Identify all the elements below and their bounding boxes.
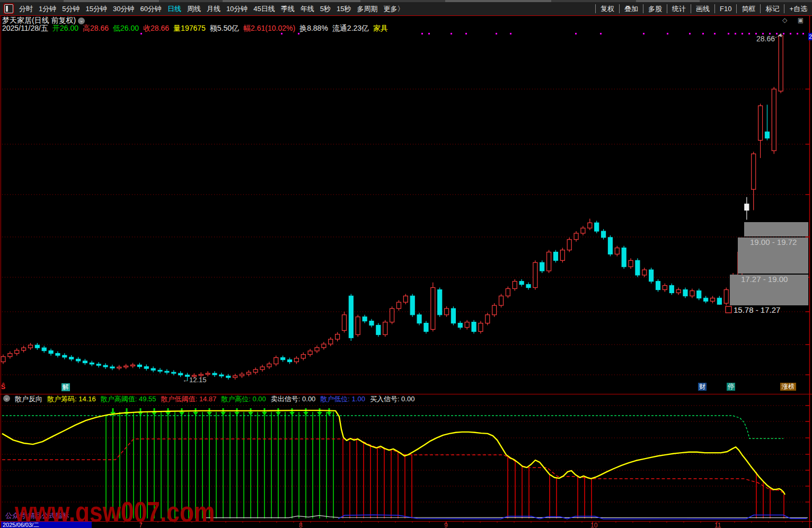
candle-body xyxy=(676,290,681,293)
chevron-down-circle-icon[interactable]: ⌄ xyxy=(78,17,85,24)
quote-amount: 额5.50亿 xyxy=(210,24,239,32)
candle-body xyxy=(472,322,476,332)
candle-body xyxy=(117,367,121,368)
candle-body xyxy=(22,348,26,350)
magenta-dot xyxy=(790,33,791,34)
candle-body xyxy=(710,298,714,301)
button-fuquan[interactable]: 复权 xyxy=(595,4,619,13)
magenta-dot xyxy=(451,33,452,34)
tab-30min[interactable]: 30分钟 xyxy=(113,4,134,14)
tab-fenshi[interactable]: 分时 xyxy=(19,4,33,14)
title-bar: 梦天家居(日线 前复权)⌄ ◇ ▣ xyxy=(0,16,812,24)
x-axis-label-aug: 8 xyxy=(299,522,303,528)
candle-body xyxy=(547,252,551,271)
volume-zone-label: 17.27 - 19.00 xyxy=(741,275,788,284)
magenta-dot xyxy=(689,33,691,34)
candle-body xyxy=(417,315,421,323)
buy-arrow-head xyxy=(248,412,253,416)
buy-arrow-head xyxy=(317,412,322,416)
tab-weekly[interactable]: 周线 xyxy=(187,4,201,14)
indicator-field-buy-signal: 买入信号: 0.00 xyxy=(370,395,415,403)
candle-body xyxy=(206,373,210,374)
button-overlay[interactable]: 叠加 xyxy=(619,4,643,13)
candle-body xyxy=(90,363,94,364)
layout-split-icon[interactable] xyxy=(4,4,13,13)
tab-15sec[interactable]: 15秒 xyxy=(337,4,351,14)
magenta-dot xyxy=(728,33,729,34)
candle-body xyxy=(649,270,654,281)
candle-body xyxy=(110,367,114,368)
quote-low: 低26.00 xyxy=(113,24,139,32)
indicator-name: 散户反向 xyxy=(15,395,42,403)
candle-body xyxy=(179,373,183,375)
button-stats[interactable]: 统计 xyxy=(667,4,691,13)
quote-close: 收28.66 xyxy=(143,24,169,32)
candle-body xyxy=(274,358,278,364)
candle-body xyxy=(233,376,237,377)
candle-body xyxy=(567,240,571,250)
magenta-dot xyxy=(421,33,423,34)
candle-body xyxy=(683,290,687,296)
candle-body xyxy=(581,228,585,233)
tab-1min[interactable]: 1分钟 xyxy=(39,4,56,14)
tab-multi-period[interactable]: 多周期 xyxy=(357,4,378,14)
candle-body xyxy=(745,204,749,210)
tab-year[interactable]: 年线 xyxy=(301,4,314,14)
candle-body xyxy=(342,315,347,331)
magenta-dot xyxy=(735,33,736,34)
candle-body xyxy=(363,317,367,321)
candle-body xyxy=(758,106,763,140)
candle-body xyxy=(253,369,258,372)
tab-10min[interactable]: 10分钟 xyxy=(226,4,248,14)
tab-5min[interactable]: 5分钟 xyxy=(62,4,80,14)
tab-daily-active[interactable]: 日线 xyxy=(167,4,181,14)
candle-body xyxy=(669,286,674,293)
quote-open: 开26.00 xyxy=(52,24,78,32)
candle-body xyxy=(96,364,101,365)
button-mark[interactable]: 标记 xyxy=(760,4,784,13)
zhangbang-badge[interactable]: 涨榜 xyxy=(780,383,796,391)
candle-body xyxy=(492,305,497,315)
corner-icons[interactable]: ◇ ▣ xyxy=(782,16,808,24)
low-price-annotation: ←12.15 xyxy=(182,376,207,384)
quote-range: 幅2.61(10.02%) xyxy=(243,24,295,32)
buy-arrow-head xyxy=(289,412,295,416)
cai-badge[interactable]: 财 xyxy=(698,383,707,391)
candle-body xyxy=(199,374,203,375)
candle-body xyxy=(513,281,517,289)
candle-body xyxy=(540,262,544,271)
jie-badge[interactable]: 解 xyxy=(61,383,70,391)
buy-arrow-head xyxy=(276,412,281,416)
chevron-down-circle-icon[interactable]: ⌄ xyxy=(3,395,10,402)
candle-body xyxy=(172,372,176,373)
tab-quarter[interactable]: 季线 xyxy=(281,4,295,14)
x-axis-label-jul: 7 xyxy=(139,522,143,528)
chart-canvas[interactable]: 19.00 - 19.7217.27 - 19.0015.78 - 17.272… xyxy=(0,0,812,528)
ting-badge[interactable]: 停 xyxy=(727,383,735,391)
candle-body xyxy=(622,248,626,267)
tab-15min[interactable]: 15分钟 xyxy=(85,4,107,14)
candle-body xyxy=(226,376,231,377)
button-simple-frame[interactable]: 简框 xyxy=(736,4,760,13)
button-add-watchlist[interactable]: +自选 xyxy=(784,4,812,13)
indicator-header: ⌄ 散户反向 散户筹码: 14.16 散户高阈值: 49.55 散户低阈值: 1… xyxy=(0,395,812,403)
candle-body xyxy=(329,339,333,344)
tab-monthly[interactable]: 月线 xyxy=(207,4,220,14)
tab-45day[interactable]: 45日线 xyxy=(253,4,275,14)
candle-body xyxy=(410,296,414,315)
button-f10[interactable]: F10 xyxy=(714,4,736,13)
tab-5sec[interactable]: 5秒 xyxy=(320,4,331,14)
candle-body xyxy=(574,233,578,240)
quote-industry: 家具 xyxy=(373,24,388,32)
tab-more[interactable]: 更多〉 xyxy=(384,4,404,14)
candle-body xyxy=(479,323,483,332)
indicator-field-low-threshold: 散户低阈值: 14.87 xyxy=(161,395,217,403)
candle-body xyxy=(294,358,298,362)
candle-body xyxy=(752,154,756,189)
buy-arrow-head xyxy=(193,412,198,416)
candle-body xyxy=(717,298,721,304)
low-position-line xyxy=(338,515,807,519)
button-multi-stock[interactable]: 多股 xyxy=(643,4,667,13)
tab-60min[interactable]: 60分钟 xyxy=(140,4,161,14)
button-draw-line[interactable]: 画线 xyxy=(691,4,714,13)
